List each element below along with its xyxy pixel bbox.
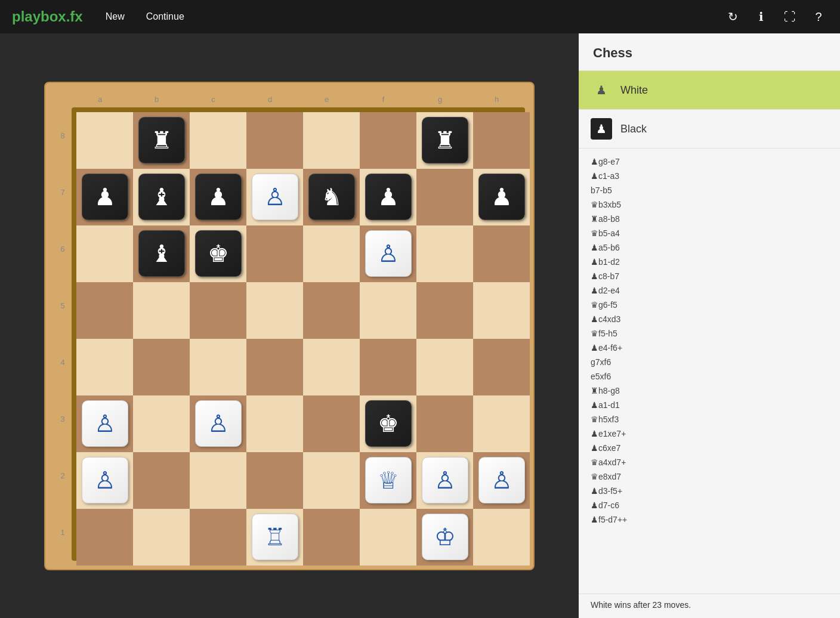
chess-board[interactable]: ♜♜♟♝♟♙♞♟♟♝♚♙♙♙♚♙♕♙♙♖♔ [72,107,525,561]
piece-f6[interactable]: ♙ [365,230,412,277]
piece-h2[interactable]: ♙ [478,457,525,503]
square-g7[interactable] [416,169,473,225]
square-g5[interactable] [416,282,473,339]
square-a6[interactable] [76,225,133,282]
move-item-20[interactable]: ♟c6xe7 [591,441,828,455]
piece-g2[interactable]: ♙ [422,457,468,503]
square-c8[interactable] [190,112,246,169]
square-a7[interactable]: ♟ [76,169,133,225]
nav-new[interactable]: New [101,9,129,24]
move-item-8[interactable]: ♟c8-b7 [591,269,828,283]
square-e8[interactable] [303,112,360,169]
square-d4[interactable] [246,339,303,395]
nav-continue[interactable]: Continue [141,9,189,24]
square-e2[interactable] [303,452,360,509]
move-item-4[interactable]: ♜a8-b8 [591,212,828,226]
square-d7[interactable]: ♙ [246,169,303,225]
square-a8[interactable] [76,112,133,169]
move-item-15[interactable]: e5xf6 [591,369,828,384]
black-player-row[interactable]: ♟ Black [579,110,840,149]
square-e1[interactable] [303,509,360,566]
square-g8[interactable]: ♜ [416,112,473,169]
move-item-18[interactable]: ♛h5xf3 [591,412,828,427]
piece-d7[interactable]: ♙ [252,174,298,220]
square-h5[interactable] [473,282,530,339]
move-item-9[interactable]: ♟d2-e4 [591,283,828,298]
piece-b6[interactable]: ♝ [138,230,185,277]
move-item-3[interactable]: ♛b3xb5 [591,197,828,212]
piece-e7[interactable]: ♞ [308,174,355,220]
square-g2[interactable]: ♙ [416,452,473,509]
move-item-6[interactable]: ♟a5-b6 [591,240,828,255]
move-item-24[interactable]: ♟d7-c6 [591,498,828,512]
move-item-21[interactable]: ♛a4xd7+ [591,455,828,469]
fullscreen-icon[interactable]: ⛶ [780,7,799,26]
square-c6[interactable]: ♚ [190,225,246,282]
square-a4[interactable] [76,339,133,395]
square-g4[interactable] [416,339,473,395]
square-c1[interactable] [190,509,246,566]
square-b2[interactable] [133,452,190,509]
square-d6[interactable] [246,225,303,282]
move-item-14[interactable]: g7xf6 [591,355,828,369]
square-a1[interactable] [76,509,133,566]
square-a5[interactable] [76,282,133,339]
square-g3[interactable] [416,395,473,452]
square-h3[interactable] [473,395,530,452]
piece-d1[interactable]: ♖ [252,514,298,560]
square-f6[interactable]: ♙ [360,225,416,282]
square-b8[interactable]: ♜ [133,112,190,169]
move-item-22[interactable]: ♛e8xd7 [591,469,828,484]
square-c5[interactable] [190,282,246,339]
square-h4[interactable] [473,339,530,395]
move-item-1[interactable]: ♟c1-a3 [591,169,828,183]
square-c7[interactable]: ♟ [190,169,246,225]
square-f3[interactable]: ♚ [360,395,416,452]
piece-g8[interactable]: ♜ [422,117,468,163]
square-d5[interactable] [246,282,303,339]
piece-a2[interactable]: ♙ [82,457,128,503]
square-f7[interactable]: ♟ [360,169,416,225]
square-g1[interactable]: ♔ [416,509,473,566]
move-item-16[interactable]: ♜h8-g8 [591,384,828,398]
piece-h7[interactable]: ♟ [478,174,525,220]
square-d3[interactable] [246,395,303,452]
square-a3[interactable]: ♙ [76,395,133,452]
move-item-19[interactable]: ♟e1xe7+ [591,427,828,441]
move-item-5[interactable]: ♛b5-a4 [591,226,828,240]
move-item-10[interactable]: ♛g6-f5 [591,298,828,312]
piece-g1[interactable]: ♔ [422,514,468,560]
square-h7[interactable]: ♟ [473,169,530,225]
piece-f3[interactable]: ♚ [365,400,412,447]
piece-a7[interactable]: ♟ [82,174,128,220]
square-c2[interactable] [190,452,246,509]
move-item-2[interactable]: b7-b5 [591,183,828,197]
move-item-13[interactable]: ♟e4-f6+ [591,341,828,355]
move-item-7[interactable]: ♟b1-d2 [591,255,828,269]
move-item-23[interactable]: ♟d3-f5+ [591,484,828,498]
info-icon[interactable]: ℹ [752,7,771,26]
square-h1[interactable] [473,509,530,566]
square-c4[interactable] [190,339,246,395]
move-item-12[interactable]: ♛f5-h5 [591,326,828,341]
square-b7[interactable]: ♝ [133,169,190,225]
help-icon[interactable]: ? [809,7,828,26]
square-f1[interactable] [360,509,416,566]
piece-c3[interactable]: ♙ [195,400,242,447]
move-list[interactable]: ♟g8-e7♟c1-a3b7-b5♛b3xb5♜a8-b8♛b5-a4♟a5-b… [579,149,840,594]
square-b5[interactable] [133,282,190,339]
refresh-icon[interactable]: ↻ [723,7,742,26]
piece-a3[interactable]: ♙ [82,400,128,447]
piece-f7[interactable]: ♟ [365,174,412,220]
square-g6[interactable] [416,225,473,282]
square-d8[interactable] [246,112,303,169]
square-h2[interactable]: ♙ [473,452,530,509]
square-f4[interactable] [360,339,416,395]
square-h8[interactable] [473,112,530,169]
square-e6[interactable] [303,225,360,282]
piece-f2[interactable]: ♕ [365,457,412,503]
square-d2[interactable] [246,452,303,509]
square-e4[interactable] [303,339,360,395]
piece-c6[interactable]: ♚ [195,230,242,277]
move-item-0[interactable]: ♟g8-e7 [591,154,828,169]
